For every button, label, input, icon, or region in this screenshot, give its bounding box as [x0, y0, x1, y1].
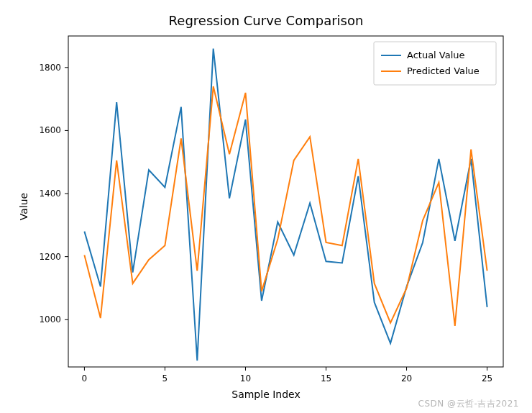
series-line-0: [84, 49, 487, 361]
svg-text:1800: 1800: [39, 63, 61, 73]
chart-container: Regression Curve Comparison Value Sample…: [0, 0, 532, 413]
svg-text:1200: 1200: [39, 252, 61, 262]
svg-text:25: 25: [482, 373, 492, 384]
watermark-text: CSDN @云哲-吉吉2021: [418, 398, 519, 410]
svg-text:1600: 1600: [39, 125, 61, 135]
legend-label-0: Actual Value: [407, 50, 465, 60]
series-line-1: [84, 86, 487, 326]
chart-svg: 051015202510001200140016001800Actual Val…: [0, 0, 532, 413]
svg-text:5: 5: [162, 373, 168, 384]
svg-text:10: 10: [240, 373, 251, 384]
legend-label-1: Predicted Value: [407, 65, 480, 76]
chart-title: Regression Curve Comparison: [0, 13, 532, 28]
y-axis-label: Value: [18, 193, 29, 220]
legend-box: [374, 42, 496, 85]
svg-text:1000: 1000: [39, 314, 61, 324]
svg-text:1400: 1400: [39, 189, 61, 199]
svg-text:20: 20: [401, 373, 412, 384]
svg-text:0: 0: [82, 373, 88, 384]
svg-text:15: 15: [321, 373, 331, 384]
